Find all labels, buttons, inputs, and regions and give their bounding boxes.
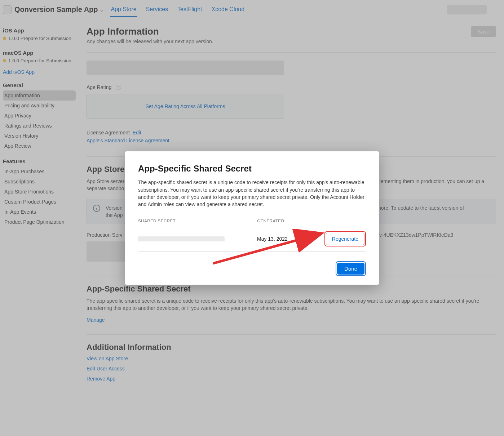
modal-body: The app-specific shared secret is a uniq… [138, 179, 366, 208]
modal-table-header: SHARED SECRET GENERATED [138, 219, 366, 226]
modal-overlay: App-Specific Shared Secret The app-speci… [0, 0, 504, 436]
modal-title: App-Specific Shared Secret [138, 164, 366, 174]
generated-date: May 13, 2022 [257, 236, 324, 242]
done-highlight: Done [336, 261, 366, 276]
regenerate-button[interactable]: Regenerate [326, 233, 364, 245]
col-shared-secret: SHARED SECRET [138, 219, 257, 223]
col-generated: GENERATED [257, 219, 366, 223]
done-button[interactable]: Done [337, 263, 364, 275]
secret-value-skeleton [138, 236, 225, 241]
modal-row: May 13, 2022 Regenerate [138, 226, 366, 252]
regenerate-highlight: Regenerate [324, 231, 366, 246]
shared-secret-modal: App-Specific Shared Secret The app-speci… [125, 151, 379, 284]
